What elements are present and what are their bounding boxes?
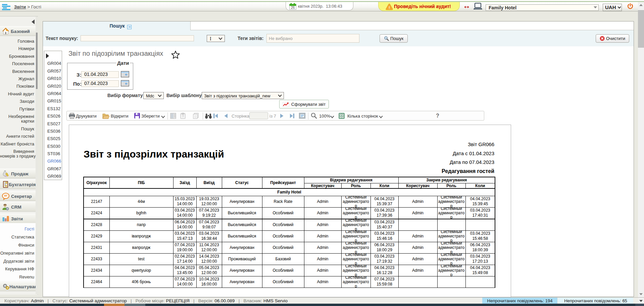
svg-text:?: ? [182, 115, 184, 118]
svg-text:26: 26 [291, 5, 295, 9]
svg-text:!: ! [389, 6, 390, 10]
